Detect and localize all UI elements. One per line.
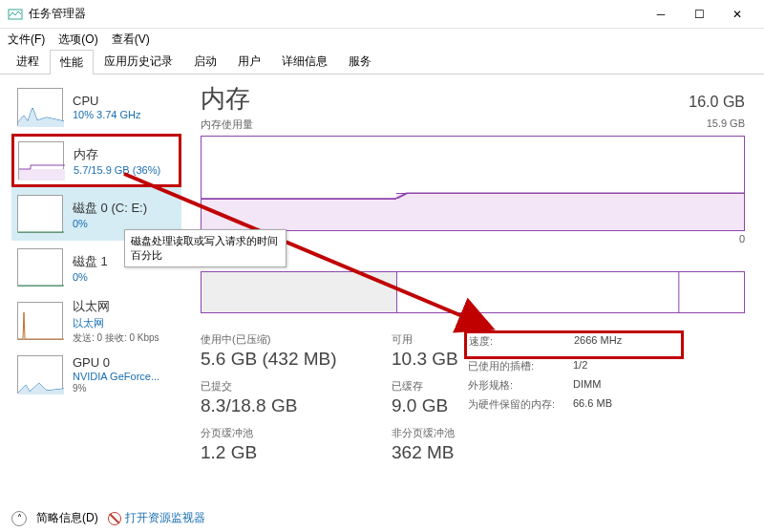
footer: ˄ 简略信息(D) 打开资源监视器 bbox=[11, 510, 205, 526]
memory-chart bbox=[201, 136, 745, 231]
info-value: DIMM bbox=[573, 378, 601, 393]
usage-label: 内存使用量 bbox=[201, 117, 253, 132]
content: CPU 10% 3.74 GHz 内存 5.7/15.9 GB (36%) 磁盘… bbox=[0, 74, 764, 506]
speed-highlight: 速度: 2666 MHz bbox=[464, 330, 684, 359]
sidebar-item-memory[interactable]: 内存 5.7/15.9 GB (36%) bbox=[11, 134, 181, 187]
sidebar-item-label: 以太网 bbox=[73, 298, 159, 315]
stat-label: 已提交 bbox=[201, 379, 353, 394]
info-value: 1/2 bbox=[573, 359, 587, 373]
memory-composition-chart bbox=[201, 271, 745, 313]
sidebar-item-cpu[interactable]: CPU 10% 3.74 GHz bbox=[11, 80, 181, 134]
minimize-button[interactable]: ─ bbox=[642, 3, 680, 26]
app-icon bbox=[8, 7, 23, 22]
maximize-button[interactable]: ☐ bbox=[680, 3, 718, 26]
sidebar-item-label: 内存 bbox=[74, 146, 160, 163]
resource-monitor-icon bbox=[108, 512, 121, 525]
usage-max: 15.9 GB bbox=[707, 117, 745, 132]
menu-view[interactable]: 查看(V) bbox=[112, 32, 150, 48]
chevron-up-icon[interactable]: ˄ bbox=[11, 511, 27, 526]
sidebar-item-label: CPU bbox=[73, 94, 141, 108]
sidebar-item-label: 磁盘 0 (C: E:) bbox=[73, 200, 147, 217]
sidebar-item-label: 磁盘 1 bbox=[73, 253, 108, 270]
stat-label: 可用 bbox=[392, 332, 458, 347]
window-title: 任务管理器 bbox=[29, 6, 642, 22]
sidebar-item-sub2: 9% bbox=[73, 383, 159, 394]
sidebar-item-sub: 0% bbox=[73, 218, 147, 229]
stat-value: 362 MB bbox=[392, 442, 455, 463]
titlebar: 任务管理器 ─ ☐ ✕ bbox=[0, 0, 764, 29]
summary-toggle[interactable]: 简略信息(D) bbox=[36, 510, 98, 526]
sidebar-item-label: GPU 0 bbox=[73, 355, 159, 370]
tab-performance[interactable]: 性能 bbox=[50, 50, 94, 74]
sidebar-item-sub2: 发送: 0 接收: 0 Kbps bbox=[73, 331, 159, 345]
stat-value: 10.3 GB bbox=[392, 349, 458, 370]
sidebar-item-ethernet[interactable]: 以太网 以太网 发送: 0 接收: 0 Kbps bbox=[11, 294, 181, 348]
stat-label: 非分页缓冲池 bbox=[392, 426, 455, 440]
stats: 使用中(已压缩) 5.6 GB (432 MB) 可用 10.3 GB 已提交 … bbox=[201, 332, 745, 473]
tab-services[interactable]: 服务 bbox=[338, 49, 382, 74]
window-controls: ─ ☐ ✕ bbox=[642, 3, 756, 26]
stat-label: 已缓存 bbox=[392, 379, 448, 394]
close-button[interactable]: ✕ bbox=[718, 3, 756, 26]
tab-users[interactable]: 用户 bbox=[227, 49, 271, 74]
info-value: 2666 MHz bbox=[574, 334, 622, 349]
resource-monitor-link[interactable]: 打开资源监视器 bbox=[108, 510, 205, 526]
tooltip: 磁盘处理读取或写入请求的时间百分比 bbox=[124, 229, 286, 267]
disk1-thumb bbox=[17, 248, 63, 287]
sidebar-item-sub: 以太网 bbox=[73, 316, 159, 330]
info-value: 66.6 MB bbox=[573, 397, 612, 412]
info-key: 为硬件保留的内存: bbox=[468, 397, 573, 412]
stat-value: 8.3/18.8 GB bbox=[201, 395, 353, 416]
tab-processes[interactable]: 进程 bbox=[6, 49, 50, 74]
stat-value: 5.6 GB (432 MB) bbox=[201, 349, 353, 370]
tab-details[interactable]: 详细信息 bbox=[271, 49, 338, 74]
sidebar-item-sub: 5.7/15.9 GB (36%) bbox=[74, 164, 160, 176]
stat-label: 使用中(已压缩) bbox=[201, 332, 353, 347]
cpu-thumb bbox=[17, 88, 63, 126]
info-key: 已使用的插槽: bbox=[468, 359, 573, 373]
tab-history[interactable]: 应用历史记录 bbox=[94, 49, 183, 74]
svg-rect-1 bbox=[19, 169, 65, 181]
ethernet-thumb bbox=[17, 302, 63, 340]
sidebar: CPU 10% 3.74 GHz 内存 5.7/15.9 GB (36%) 磁盘… bbox=[0, 74, 191, 506]
main-title: 内存 bbox=[201, 82, 250, 116]
sidebar-item-sub: 10% 3.74 GHz bbox=[73, 109, 141, 120]
menu-file[interactable]: 文件(F) bbox=[8, 32, 45, 48]
main-total: 16.0 GB bbox=[689, 94, 745, 111]
info-key: 外形规格: bbox=[468, 378, 573, 393]
tab-startup[interactable]: 启动 bbox=[183, 49, 227, 74]
stat-value: 9.0 GB bbox=[392, 395, 448, 416]
sidebar-item-sub: 0% bbox=[73, 271, 108, 283]
sidebar-item-sub: NVIDIA GeForce... bbox=[73, 371, 159, 382]
info-key: 速度: bbox=[469, 334, 574, 349]
sidebar-item-gpu0[interactable]: GPU 0 NVIDIA GeForce... 9% bbox=[11, 348, 181, 401]
menu-options[interactable]: 选项(O) bbox=[58, 32, 97, 48]
disk0-thumb bbox=[17, 195, 63, 233]
resource-monitor-label: 打开资源监视器 bbox=[125, 510, 205, 526]
tab-bar: 进程 性能 应用历史记录 启动 用户 详细信息 服务 bbox=[0, 50, 764, 74]
stat-value: 1.2 GB bbox=[201, 442, 353, 463]
memory-thumb bbox=[18, 141, 64, 180]
menubar: 文件(F) 选项(O) 查看(V) bbox=[0, 29, 764, 50]
gpu-thumb bbox=[17, 355, 63, 394]
stat-label: 分页缓冲池 bbox=[201, 426, 353, 440]
main-panel: 内存 16.0 GB 内存使用量 15.9 GB 0 使用中(已压缩) 5.6 … bbox=[191, 74, 764, 506]
